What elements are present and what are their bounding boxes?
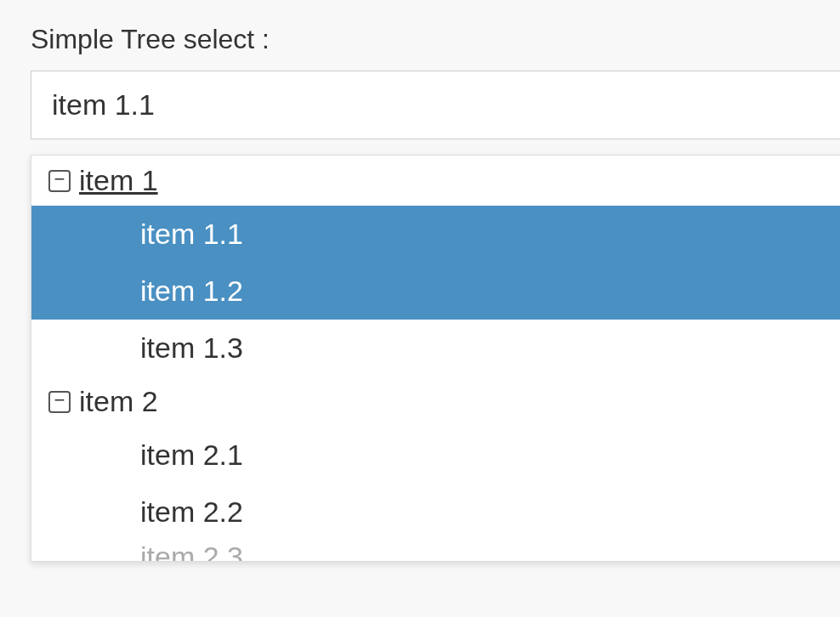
tree-dropdown: item 1 item 1.1 item 1.2 item 1.3 item 2… [31,155,840,562]
tree-child-item[interactable]: item 2.2 [31,484,840,541]
tree-child-item[interactable]: item 1.1 [31,206,840,263]
tree-node-item1[interactable]: item 1 [31,156,840,206]
field-label: Simple Tree select : [31,24,840,55]
tree-select-input[interactable]: item 1.1 [31,71,840,139]
tree-child-item[interactable]: item 1.3 [31,320,840,376]
tree-node-label: item 2 [79,385,158,418]
tree-node-item2[interactable]: item 2 [31,376,840,427]
tree-child-item[interactable]: item 2.1 [31,427,840,484]
tree-child-item[interactable]: item 2.3 [31,541,840,561]
collapse-icon[interactable] [48,170,71,192]
collapse-icon[interactable] [48,391,71,413]
tree-node-label: item 1 [79,164,158,197]
tree-child-item[interactable]: item 1.2 [31,263,840,320]
